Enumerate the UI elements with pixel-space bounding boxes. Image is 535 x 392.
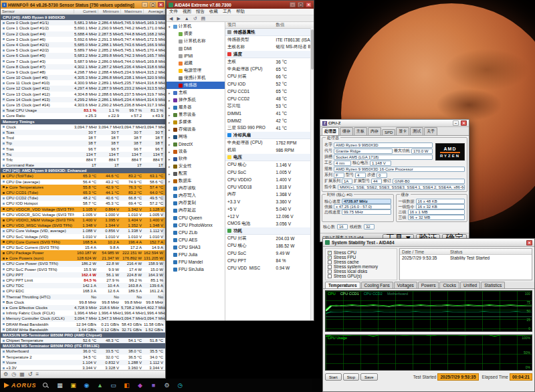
stress-option-5[interactable]: Stress GPU(s) — [328, 274, 395, 278]
file-explorer-icon[interactable]: ▣ — [69, 381, 78, 390]
sensor-row[interactable]: DRAM Read Bandwidth12.94 GB/s0.21 GB/s58… — [1, 322, 165, 327]
sensor-row[interactable]: DRAM Write Bandwidth1.64 GB/s0.12 GB/s32… — [1, 327, 165, 332]
tab-主板[interactable]: 主板 — [354, 127, 367, 135]
hwinfo-minimize-button[interactable]: – — [142, 2, 148, 7]
start-button[interactable]: Start — [325, 373, 342, 381]
graph-icon[interactable]: ▦ — [19, 371, 25, 377]
sensor-value-row[interactable]: CMOS 电池3.056 V — [225, 220, 314, 227]
aida64-close-button[interactable]: ✕ — [306, 2, 312, 7]
tree-item-0[interactable]: ▾计算机 — [167, 23, 225, 30]
sensor-value-row[interactable]: CPU SoC9.49 W — [225, 250, 314, 257]
tree-item-28[interactable]: CPU ZLib — [167, 229, 225, 236]
sensor-row[interactable]: Core 1 Clock (perf #1/2)5,690.1 MHz2,290… — [1, 25, 165, 31]
menu-item-1[interactable]: 视图 — [183, 9, 191, 15]
tab-powers[interactable]: Powers — [418, 282, 439, 288]
tab-显卡[interactable]: 显卡 — [396, 127, 409, 135]
sensor-row[interactable]: Vcore1.104 V0.832 V1.288 V1.112 V — [1, 360, 165, 365]
sensor-row[interactable]: Trc134 T134 T134 T134 T — [1, 152, 165, 157]
sensor-row[interactable]: Core 15 Clock (perf #14)4,303.6 MHz2,290… — [1, 102, 165, 108]
cpuz-taskbar-icon[interactable]: ■ — [149, 381, 158, 390]
sensor-row[interactable]: CPU IOD Hotspot58.7 °C45.3 °C69.4 °C57.2… — [1, 201, 165, 206]
stress-option-0[interactable]: ✓Stress CPU — [328, 250, 395, 255]
sensor-value-row[interactable]: +5 V5.040 V — [225, 205, 314, 213]
sensor-row[interactable]: CPU EDC168.3 A12.6 A189.5 A161.2 A — [1, 288, 165, 294]
tree-item-29[interactable]: CPU AES — [167, 236, 225, 243]
task-view-icon[interactable]: ▦ — [56, 381, 65, 390]
sensor-value-row[interactable]: CPU IOD52 °C — [225, 80, 314, 88]
tree-item-14[interactable]: ▸存储设备 — [167, 126, 225, 133]
tab-unified[interactable]: Unified — [460, 282, 480, 288]
tree-item-7[interactable]: 便携计算机 — [167, 74, 225, 82]
sensor-row[interactable]: CPU VDDIO_MEM Voltage (SVI3 TFN)1.400 V1… — [1, 217, 165, 223]
stress-option-4[interactable]: Stress local disks — [328, 269, 395, 274]
aida64-titlebar[interactable]: AIDA64 Extreme v7.60.7300 – ▢ ✕ — [167, 1, 314, 9]
stop-button[interactable]: Stop — [343, 373, 359, 381]
settings-gear-icon[interactable]: ⚙ — [3, 371, 8, 377]
sensor-value-row[interactable]: CPU CCD165 °C — [225, 88, 314, 95]
aida64-minimize-button[interactable]: – — [290, 2, 296, 7]
menu-item-2[interactable]: 报告 — [196, 9, 205, 15]
sensor-row[interactable]: Bus Clock99.8 MHz99.8 MHz99.8 MHz99.8 MH… — [1, 300, 165, 305]
tree-item-6[interactable]: 电源管理 — [167, 67, 225, 74]
tab-测试[interactable]: 测试 — [410, 127, 423, 135]
sensor-row[interactable]: Core Ratiox 25.3x 22.9x 57.2x 43.9 — [1, 113, 165, 118]
menu-item-3[interactable]: 收藏 — [209, 9, 218, 15]
log-column-header[interactable]: Date / Time — [400, 250, 448, 254]
sensor-value-row[interactable]: 传感器类型ITE IT8613E (ISA A30h) — [225, 36, 314, 43]
sensor-value-row[interactable]: DIMM242 °C — [225, 117, 314, 124]
tree-item-4[interactable]: IPMI — [167, 52, 225, 60]
tree-item-13[interactable]: ▸多媒体 — [167, 118, 225, 126]
tab-cooling-fans[interactable]: Cooling Fans — [361, 282, 393, 288]
sensor-row[interactable]: Core 10 Clock (perf #9)4,305.3 MHz2,286.… — [1, 75, 165, 80]
sensor-row[interactable]: +3.3V3.344 V3.328 V3.360 V3.344 V — [1, 365, 165, 370]
hwinfo-maximize-button[interactable]: ▢ — [150, 2, 156, 7]
sensor-row[interactable]: CPU PPT Limit84.5 %27.9 %99.2 %85.1 % — [1, 278, 165, 283]
tree-item-22[interactable]: 内存读取 — [167, 185, 225, 192]
sensor-row[interactable]: Trcd38 T38 T38 T38 T — [1, 135, 165, 140]
sensor-value-row[interactable]: CPU VDDIO1.400 V — [225, 176, 314, 183]
sensor-row[interactable]: Tras96 T96 T96 T96 T — [1, 146, 165, 152]
sensor-row[interactable]: ▸ Core Temperatures55.8 °C42.9 °C76.3 °C… — [1, 185, 165, 190]
refresh-icon[interactable]: ↺ — [193, 16, 197, 21]
tree-item-9[interactable]: ▸主板 — [167, 89, 225, 96]
aida64-taskbar-icon[interactable]: ◆ — [136, 381, 145, 390]
tab-statistics[interactable]: Statistics — [481, 282, 505, 288]
log-row[interactable]: 2025/7/29 9:53:35Stability Test Started — [400, 255, 532, 261]
sensor-row[interactable]: CPU PPT162.4 W56.1 W224.8 W164.3 W — [1, 272, 165, 278]
stress-option-1[interactable]: ✓Stress FPU — [328, 255, 395, 260]
sensor-row[interactable]: CPU VDDCR_SOC Voltage (SVI3 TFN)1.005 V1… — [1, 212, 165, 217]
tree-item-15[interactable]: ▸网络 — [167, 133, 225, 140]
tab-voltages[interactable]: Voltages — [394, 282, 417, 288]
tab-处理器[interactable]: 处理器 — [322, 127, 339, 135]
sensor-value-row[interactable]: 三星 SSD 990 PRO41 °C — [225, 124, 314, 132]
sensor-row[interactable]: Trp38 T38 T38 T38 T — [1, 140, 165, 146]
sensor-value-row[interactable]: DIMM141 °C — [225, 110, 314, 117]
sensor-row[interactable]: Core 6 Clock (perf #5)5,683.2 MHz2,289.8… — [1, 53, 165, 58]
sensor-row[interactable]: Temperature 234.5 °C32.0 °C36.5 °C34.0 °… — [1, 355, 165, 360]
cpuz-close-button[interactable]: ✕ — [461, 120, 467, 126]
menu-item-0[interactable]: 文件 — [169, 9, 178, 15]
column-header[interactable]: Average — [144, 9, 165, 13]
forward-icon[interactable]: ▶ — [177, 16, 180, 21]
sensor-value-row[interactable]: 机箱986 RPM — [225, 146, 314, 154]
hwinfo-close-button[interactable]: ✕ — [158, 2, 164, 7]
reset-icon[interactable]: ↺ — [28, 371, 33, 377]
sensor-value-row[interactable]: CPU VDD_MISC0.94 W — [225, 264, 314, 272]
stress-option-2[interactable]: Stress cache — [328, 260, 395, 264]
sensor-row[interactable]: CPU VDDCR_VDD Voltage (SVI3 TFN)1.105 V0… — [1, 207, 165, 212]
sensor-row[interactable]: Clock3,094.7 MHz3,094.7 MHz3,094.7 MHz3,… — [1, 124, 165, 130]
sensor-row[interactable]: Thermal Throttling (HTC)NoNoNoNo — [1, 294, 165, 300]
sensor-row[interactable]: CPU Die (average)56.4 °C43.2 °C74.9 °C58… — [1, 179, 165, 185]
sensor-row[interactable]: ▸ Core Powers (sum)128.624 W21.347 W176.… — [1, 256, 165, 261]
tab-缓存[interactable]: 缓存 — [340, 127, 353, 135]
scrollbar-thumb[interactable] — [311, 29, 314, 70]
sensor-row[interactable]: Core 4 Clock (perf #2/1)5,685.0 MHz2,288… — [1, 42, 165, 47]
checkbox[interactable] — [328, 265, 332, 269]
sensor-row[interactable]: Tcas30 T30 T30 T30 T — [1, 130, 165, 135]
tree-item-21[interactable]: ▸数据库 — [167, 177, 225, 185]
sensor-value-row[interactable]: 芯片组53 °C — [225, 102, 314, 110]
sensor-row[interactable]: Total CPU Usage83.1 %1.1 %99.7 %81.3 % — [1, 108, 165, 113]
cpuz-titlebar[interactable]: Z CPU-Z – ✕ — [320, 120, 469, 127]
tree-item-1[interactable]: 摘要 — [167, 30, 225, 37]
tree-item-24[interactable]: 内存复制 — [167, 199, 225, 207]
